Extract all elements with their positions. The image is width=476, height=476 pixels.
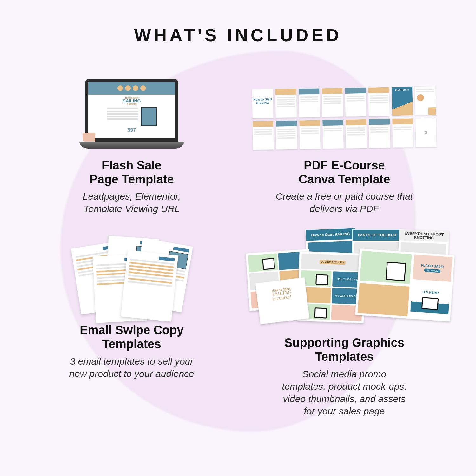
- item-pdf-ecourse: How to StartSAILING CHAPTER 03: [243, 66, 446, 215]
- item-desc: 3 email templates to sell your new produ…: [69, 355, 194, 380]
- mockup-laptop: How to Start SAILING e-course! $97: [30, 66, 233, 149]
- mockup-page-spread: How to StartSAILING CHAPTER 03: [243, 66, 446, 149]
- page: WHAT'S INCLUDED How to Start S: [0, 0, 476, 417]
- item-flash-sale: How to Start SAILING e-course! $97: [30, 66, 233, 215]
- included-grid: How to Start SAILING e-course! $97: [19, 66, 457, 417]
- mock-price: $97: [128, 127, 136, 133]
- mockup-graphics-collage: How to Start SAILING PARTS OF THE BOAT E…: [243, 231, 446, 326]
- item-title: Supporting Graphics Templates: [284, 336, 404, 364]
- mockup-paper-stack: [30, 231, 233, 313]
- item-supporting-graphics: How to Start SAILING PARTS OF THE BOAT E…: [243, 231, 446, 417]
- item-desc: Leadpages, Elementor, Template Viewing U…: [83, 190, 181, 215]
- pill-coming: COMING APRIL 5TH: [319, 260, 346, 265]
- tile-ecourse-cover: How to Start SAILING e-course!: [255, 277, 310, 324]
- item-title: PDF E-Course Canva Template: [299, 159, 390, 186]
- tile-flash-sale: FLASH SALE! GET IT NOW: [413, 255, 452, 282]
- pill-dont-miss: DON'T MISS THIS!: [335, 277, 360, 282]
- item-desc: Create a free or paid course that delive…: [276, 190, 413, 215]
- chapter-label: CHAPTER 03: [392, 89, 412, 91]
- item-email-swipe: Email Swipe Copy Templates 3 email templ…: [30, 231, 233, 417]
- item-title: Email Swipe Copy Templates: [80, 323, 183, 351]
- tile-its-here: IT'S HERE!: [410, 287, 450, 314]
- section-heading: WHAT'S INCLUDED: [0, 25, 476, 45]
- thumb-parts: PARTS OF THE BOAT: [353, 230, 402, 241]
- item-desc: Social media promo templates, product mo…: [282, 368, 407, 417]
- item-title: Flash Sale Page Template: [89, 159, 174, 186]
